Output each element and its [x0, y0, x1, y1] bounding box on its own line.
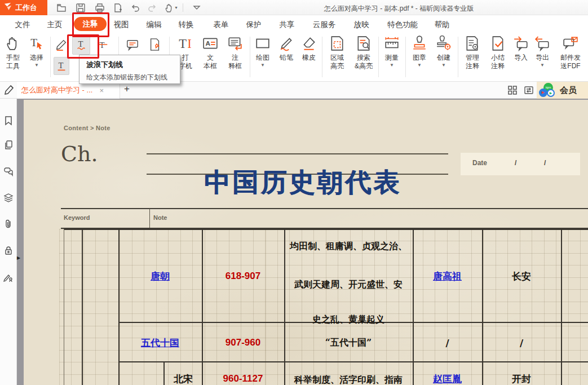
undo-icon[interactable] [130, 3, 140, 13]
svg-text:T: T [78, 39, 83, 48]
table-row3-years: 960-1127 [202, 371, 284, 385]
table-row1-founder[interactable]: 唐高祖 [413, 269, 482, 284]
qat-separator [183, 3, 183, 12]
date-slash-2: / [544, 159, 546, 167]
textbox-icon: A [202, 34, 219, 52]
textbox-button[interactable]: A 文 本框 [197, 34, 223, 70]
document-viewport[interactable]: Content > Note Ch. 中国历史朝代表 Date / / Keyw… [17, 99, 588, 385]
area-highlight-icon [329, 34, 346, 52]
pages-panel-icon[interactable] [3, 140, 14, 150]
attachments-panel-icon[interactable] [3, 219, 14, 229]
customize-toolbar-chevron-icon[interactable] [192, 3, 202, 13]
hand-gesture-icon[interactable] [164, 3, 174, 13]
workspace-label: 工作台 [15, 3, 37, 13]
create-stamp-button[interactable]: 创建 ▼ [432, 34, 456, 68]
grid-view-icon[interactable] [507, 85, 518, 95]
document-tab-title: 怎么面对高中学习 - ... [21, 85, 92, 95]
measure-button[interactable]: 测量 ▼ [380, 34, 404, 68]
search-highlight-button[interactable]: 搜索 &高亮 [350, 34, 377, 70]
eraser-icon [300, 34, 317, 52]
new-tab-button[interactable]: + [124, 83, 130, 95]
manage-comments-icon [464, 34, 481, 52]
table-border-v1 [82, 229, 83, 385]
highlight-tool-icon[interactable] [54, 36, 69, 53]
underline-tool-icon[interactable]: T [54, 57, 69, 75]
menu-form[interactable]: 表单 [214, 20, 229, 30]
table-row3-founder[interactable]: 赵匡胤 [413, 371, 482, 385]
redo-icon[interactable] [147, 3, 157, 13]
menu-home[interactable]: 主页 [47, 20, 63, 30]
pencil-button[interactable]: 铅笔 [275, 34, 298, 62]
open-file-icon[interactable] [56, 3, 67, 13]
hand-caret[interactable]: ▼ [174, 6, 178, 10]
menu-comment-active[interactable]: 注释 [74, 17, 107, 31]
menu-edit[interactable]: 编辑 [147, 20, 162, 30]
squiggly-underline-tool-icon[interactable]: T [72, 34, 90, 55]
table-row1-capital: 长安 [482, 269, 561, 284]
create-stamp-icon [435, 34, 452, 52]
member-bar[interactable]: iqm▶▶ 会员 [537, 82, 588, 99]
menu-help[interactable]: 帮助 [435, 20, 450, 30]
hand-tool-button[interactable]: 手型 工具 [1, 34, 25, 70]
table-row1-note-line1: 均田制、租庸调、贞观之治、 [284, 240, 413, 253]
summarize-comments-button[interactable]: 小结 注释 [485, 34, 511, 70]
sidebar-expand-handle[interactable]: ▶ [17, 251, 23, 264]
comments-panel-icon[interactable] [3, 166, 14, 176]
window-title: 怎么面对高中学习 - 副本.pdf * - 福昕阅读器专业版 [214, 4, 583, 14]
add-page-icon[interactable] [113, 3, 123, 13]
tab-close-icon[interactable]: × [99, 86, 104, 95]
svg-text:T: T [179, 37, 187, 51]
page-title: 中国历史朝代表 [170, 165, 435, 200]
stamp-button[interactable]: 图章 ▼ [408, 34, 431, 68]
area-highlight-button[interactable]: 区域 高亮 [324, 34, 350, 70]
create-caret: ▼ [441, 63, 446, 68]
menu-share[interactable]: 共享 [280, 20, 295, 30]
import-comments-button[interactable]: 导入 [510, 34, 532, 62]
menu-view[interactable]: 视图 [114, 20, 129, 30]
security-panel-icon[interactable] [3, 245, 14, 255]
callout-button[interactable]: 注 释框 [222, 34, 248, 70]
drawing-button[interactable]: 绘图 ▼ [251, 34, 274, 68]
eraser-button[interactable]: 橡皮 [298, 34, 320, 62]
svg-text:I: I [187, 37, 192, 51]
print-icon[interactable] [95, 3, 105, 13]
table-row3-capital: 开封 [482, 371, 561, 385]
signature-panel-icon[interactable] [3, 272, 14, 282]
save-icon[interactable] [76, 3, 86, 13]
reader-mode-icon[interactable] [524, 85, 534, 95]
export-comments-button[interactable]: 导出 ▼ [531, 34, 554, 68]
svg-text:T: T [30, 37, 37, 48]
table-row1-years: 618-907 [202, 269, 284, 284]
menu-file[interactable]: 文件 [15, 20, 30, 30]
svg-text:T: T [58, 61, 63, 70]
measure-ruler-icon [383, 34, 400, 52]
foxit-logo-icon [4, 2, 12, 13]
header-rule [61, 208, 588, 209]
manage-comments-button[interactable]: 管理 注释 [459, 34, 485, 70]
menu-protect[interactable]: 保护 [246, 20, 262, 30]
title-rule-1 [147, 153, 448, 154]
strikeout-tool-icon[interactable]: T [95, 36, 110, 53]
note-comment-tool-icon[interactable] [124, 37, 141, 53]
table-row2-dynasty[interactable]: 五代十国 [118, 335, 202, 350]
menu-convert[interactable]: 转换 [179, 20, 194, 30]
layers-panel-icon[interactable] [3, 193, 14, 203]
bookmarks-panel-icon[interactable] [3, 116, 14, 126]
pdf-page: Content > Note Ch. 中国历史朝代表 Date / / Keyw… [24, 100, 588, 385]
highlighter-pen-icon[interactable] [3, 84, 15, 95]
table-row3-dynasty: 北宋 [165, 371, 202, 385]
tooltip-description: 给文本添加锯齿形的下划线 [86, 73, 173, 82]
menu-play[interactable]: 放映 [354, 20, 369, 30]
table-row1-dynasty[interactable]: 唐朝 [118, 269, 202, 284]
menu-cloud[interactable]: 云服务 [313, 20, 336, 30]
table-border-v0 [64, 229, 64, 385]
document-tab[interactable]: 怎么面对高中学习 - ... × [17, 82, 120, 99]
email-fdf-button[interactable]: 邮件发 送FDF [554, 34, 587, 70]
typewriter-icon: TI [177, 34, 194, 52]
file-attachment-note-tool-icon[interactable] [147, 36, 163, 53]
select-tool-button[interactable]: T 选择 ▼ [25, 34, 48, 68]
workspace-button[interactable]: 工作台 [0, 0, 47, 15]
table-row2-note: “五代十国” [284, 335, 413, 350]
menu-features[interactable]: 特色功能 [387, 20, 418, 30]
keyword-note-divider [149, 209, 150, 228]
